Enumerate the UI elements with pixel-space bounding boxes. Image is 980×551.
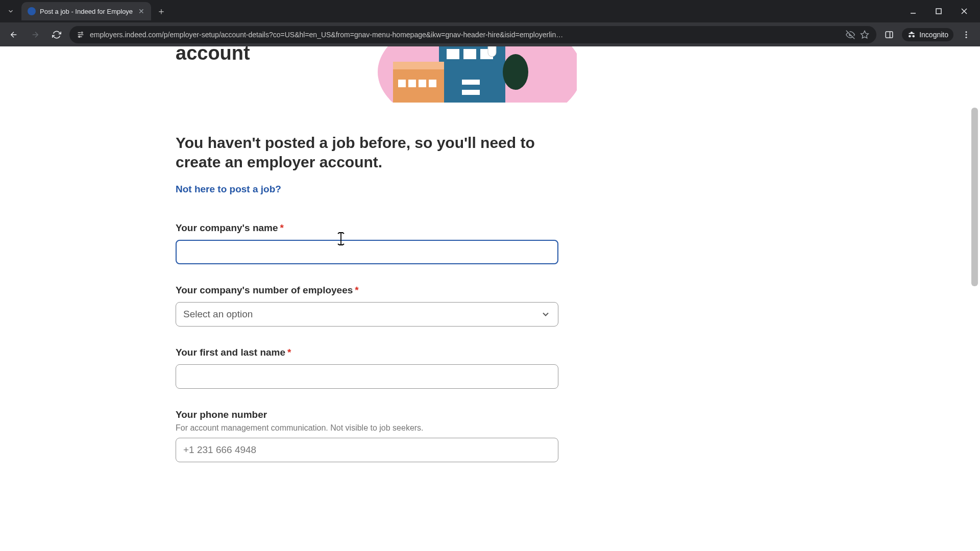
required-asterisk: * xyxy=(280,222,284,233)
prompt-heading: You haven't posted a job before, so you'… xyxy=(176,133,558,171)
browser-toolbar: employers.indeed.com/p/employer-setup/ac… xyxy=(0,22,980,46)
minimize-icon[interactable] xyxy=(905,4,921,19)
kebab-menu-icon[interactable] xyxy=(958,26,975,43)
not-here-link[interactable]: Not here to post a job? xyxy=(176,184,281,195)
side-panel-icon[interactable] xyxy=(880,26,898,43)
company-name-label: Your company's name* xyxy=(176,222,558,234)
url-text: employers.indeed.com/p/employer-setup/ac… xyxy=(90,31,841,39)
browser-tab[interactable]: Post a job - Indeed for Employe ✕ xyxy=(21,2,151,20)
phone-label: Your phone number xyxy=(176,409,558,420)
svg-point-11 xyxy=(966,36,967,38)
svg-point-10 xyxy=(966,34,967,35)
field-employees: Your company's number of employees* Sele… xyxy=(176,285,558,327)
company-name-input[interactable] xyxy=(176,240,558,264)
chevron-down-icon xyxy=(541,309,551,319)
full-name-input[interactable] xyxy=(176,364,558,389)
svg-point-25 xyxy=(503,54,528,90)
site-settings-icon[interactable] xyxy=(77,31,85,39)
svg-rect-18 xyxy=(462,90,480,95)
close-window-icon[interactable] xyxy=(957,4,972,19)
employees-select-value: Select an option xyxy=(183,309,253,320)
scrollbar-thumb[interactable] xyxy=(971,108,978,286)
incognito-label: Incognito xyxy=(919,31,948,39)
employees-select[interactable]: Select an option xyxy=(176,302,558,327)
reload-button[interactable] xyxy=(48,26,65,43)
back-button[interactable] xyxy=(5,26,22,43)
incognito-badge[interactable]: Incognito xyxy=(902,28,953,41)
svg-rect-21 xyxy=(408,80,416,87)
svg-rect-7 xyxy=(886,32,893,38)
employees-label: Your company's number of employees* xyxy=(176,285,558,296)
svg-rect-1 xyxy=(936,9,941,14)
required-asterisk: * xyxy=(355,285,358,295)
svg-rect-24 xyxy=(393,62,444,69)
address-bar[interactable]: employers.indeed.com/p/employer-setup/ac… xyxy=(69,26,876,43)
svg-rect-23 xyxy=(429,80,436,87)
svg-point-5 xyxy=(79,36,80,37)
browser-chrome: Post a job - Indeed for Employe ✕ ＋ empl… xyxy=(0,0,980,46)
required-asterisk: * xyxy=(287,347,291,358)
svg-marker-6 xyxy=(861,31,869,38)
svg-point-9 xyxy=(966,31,967,33)
svg-rect-26 xyxy=(488,46,496,57)
tab-bar: Post a job - Indeed for Employe ✕ ＋ xyxy=(0,0,980,22)
star-icon[interactable] xyxy=(860,30,869,39)
maximize-icon[interactable] xyxy=(931,4,946,19)
field-full-name: Your first and last name* xyxy=(176,347,558,389)
page-viewport[interactable]: account You haven't posted a job b xyxy=(0,46,980,551)
full-name-label: Your first and last name* xyxy=(176,347,558,358)
svg-rect-14 xyxy=(447,49,459,59)
hero-banner: account xyxy=(0,46,980,103)
tab-close-icon[interactable]: ✕ xyxy=(137,7,146,16)
scrollbar-track[interactable] xyxy=(971,46,979,551)
phone-input[interactable] xyxy=(176,438,558,462)
field-phone: Your phone number For account management… xyxy=(176,409,558,462)
phone-helper-text: For account management communication. No… xyxy=(176,423,558,433)
incognito-icon xyxy=(907,30,916,39)
new-tab-button[interactable]: ＋ xyxy=(154,4,168,18)
svg-rect-20 xyxy=(398,80,406,87)
svg-point-4 xyxy=(81,32,83,33)
forward-button[interactable] xyxy=(27,26,44,43)
hero-illustration xyxy=(347,46,577,103)
svg-rect-17 xyxy=(462,80,480,85)
window-controls xyxy=(905,4,980,19)
tab-title: Post a job - Indeed for Employe xyxy=(40,8,133,15)
hero-title-fragment: account xyxy=(176,46,250,64)
field-company-name: Your company's name* xyxy=(176,222,558,264)
svg-rect-22 xyxy=(419,80,426,87)
tab-favicon xyxy=(28,7,36,15)
tab-search-button[interactable] xyxy=(3,4,18,19)
eye-off-icon[interactable] xyxy=(846,30,855,39)
svg-rect-15 xyxy=(463,49,476,59)
